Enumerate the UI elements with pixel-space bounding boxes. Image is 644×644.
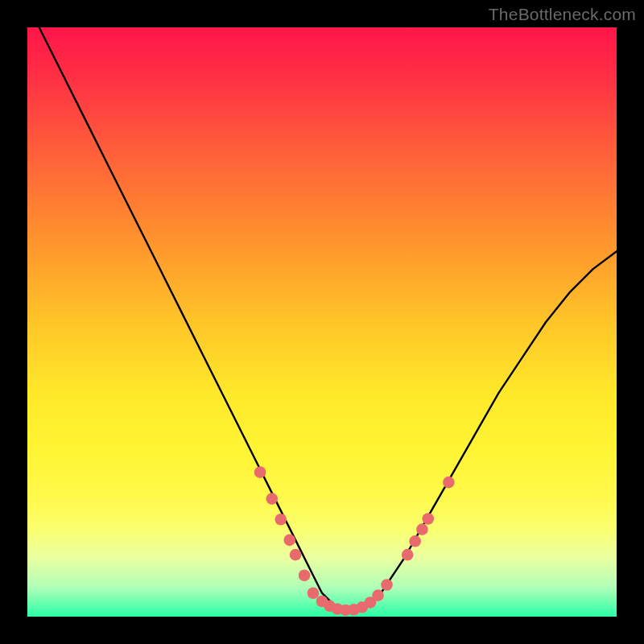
data-marker: [409, 535, 421, 547]
plot-area: [27, 27, 617, 617]
data-marker: [275, 514, 287, 526]
watermark-label: TheBottleneck.com: [489, 5, 636, 24]
data-marker: [266, 493, 278, 505]
data-marker: [372, 589, 384, 601]
data-marker: [416, 523, 428, 535]
data-marker: [402, 549, 414, 561]
data-marker: [422, 513, 434, 525]
bottleneck-chart: [27, 27, 617, 617]
data-marker: [283, 535, 295, 547]
curve-line: [39, 27, 617, 611]
data-marker: [381, 579, 393, 591]
data-marker: [308, 587, 320, 599]
data-marker: [299, 569, 311, 581]
chart-frame: TheBottleneck.com: [0, 0, 644, 644]
data-marker: [443, 477, 455, 489]
data-marker: [254, 466, 266, 478]
data-marker: [290, 549, 302, 561]
